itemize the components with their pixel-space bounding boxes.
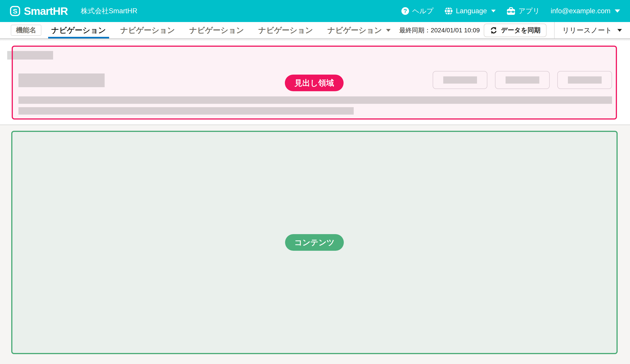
account-dropdown[interactable]: info@example.com [550,7,620,15]
feature-name-badge: 機能名 [11,25,42,36]
placeholder-text-line [18,107,354,115]
nav-right: 最終同期：2024/01/01 10:09 データを同期 リリースノート [399,22,622,38]
toolbox-icon [506,7,516,15]
nav-tab-label: ナビゲーション [190,25,244,35]
nav-tab-2[interactable]: ナビゲーション [120,22,175,38]
release-notes-label: リリースノート [562,26,612,35]
chevron-down-icon [386,29,390,32]
heading-area-annotation-badge: 見出し領域 [285,75,344,91]
sync-data-button[interactable]: データを同期 [484,23,546,37]
smarthr-logo[interactable]: S SmartHR [10,5,68,17]
nav-tab-label: ナビゲーション [258,25,313,35]
placeholder-button-label-bar [506,76,539,84]
placeholder-button[interactable] [433,71,487,89]
chevron-down-icon [491,10,496,12]
sync-button-label: データを同期 [501,26,540,35]
apps-label: アプリ [518,6,540,16]
nav-tab-5-dropdown[interactable]: ナビゲーション [328,22,390,38]
language-dropdown[interactable]: Language [444,7,496,15]
heading-area-section: 見出し領域 [0,39,630,125]
svg-text:S: S [13,7,17,15]
svg-text:?: ? [404,8,407,14]
content-annotation-outline: コンテンツ [11,131,618,354]
nav-tabs: ナビゲーション ナビゲーション ナビゲーション ナビゲーション ナビゲーション [51,22,390,38]
help-label: ヘルプ [412,6,434,16]
nav-tab-label: ナビゲーション [328,25,382,35]
nav-divider [554,22,554,38]
placeholder-button[interactable] [495,71,550,89]
last-sync-status: 最終同期：2024/01/01 10:09 [399,26,480,35]
placeholder-button[interactable] [557,71,612,89]
chevron-down-icon [618,29,622,32]
release-notes-dropdown[interactable]: リリースノート [562,26,622,35]
placeholder-text-line [18,96,612,104]
refresh-icon [490,26,498,34]
app-nav: 機能名 ナビゲーション ナビゲーション ナビゲーション ナビゲーション ナビゲー… [0,22,630,39]
header-actions: ? ヘルプ Language [401,6,620,16]
apps-link[interactable]: アプリ [506,6,540,16]
logo-wordmark: SmartHR [24,5,68,17]
nav-tab-3[interactable]: ナビゲーション [190,22,244,38]
nav-tab-label: ナビゲーション [120,25,175,35]
placeholder-breadcrumb-bar [7,51,53,59]
nav-tab-label: ナビゲーション [51,25,106,35]
smarthr-logo-icon: S [10,6,20,16]
content-annotation-badge: コンテンツ [285,234,344,251]
nav-tab-1[interactable]: ナビゲーション [51,22,106,38]
globe-icon [444,7,453,15]
chevron-down-icon [615,9,620,12]
content-section: コンテンツ [0,125,630,364]
account-email: info@example.com [550,7,610,15]
heading-action-buttons [433,71,612,89]
placeholder-title-bar [18,73,104,87]
language-label: Language [456,7,487,15]
app-header: S SmartHR 株式会社SmartHR ? ヘルプ [0,0,630,22]
company-name: 株式会社SmartHR [81,6,137,16]
nav-tab-4[interactable]: ナビゲーション [258,22,313,38]
placeholder-button-label-bar [568,76,602,84]
help-link[interactable]: ? ヘルプ [401,6,434,16]
active-tab-underline [48,37,109,38]
help-icon: ? [401,7,409,15]
placeholder-button-label-bar [443,76,477,84]
